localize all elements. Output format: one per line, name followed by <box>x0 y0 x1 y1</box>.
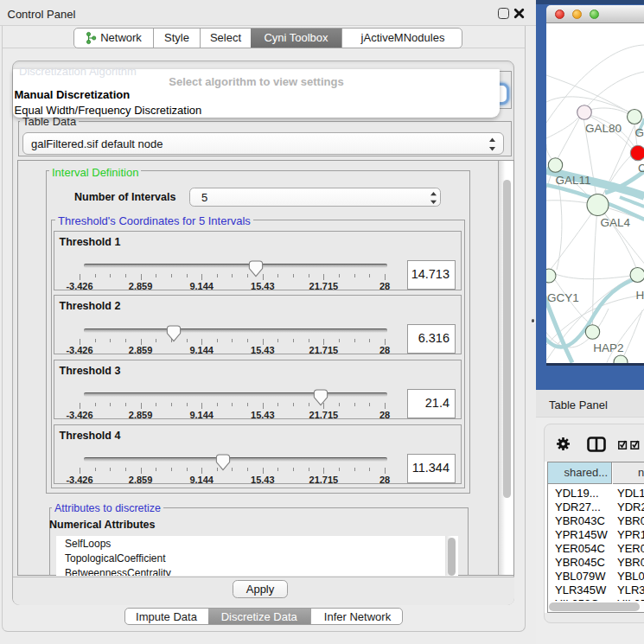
svg-text:GAL80: GAL80 <box>585 122 622 135</box>
svg-text:G.: G. <box>634 126 644 139</box>
svg-text:C: C <box>638 162 644 175</box>
svg-text:GAL11: GAL11 <box>555 174 590 187</box>
svg-text:GCY1: GCY1 <box>547 291 579 304</box>
svg-text:HAP2: HAP2 <box>593 341 623 354</box>
svg-text:GAL4: GAL4 <box>600 216 630 229</box>
svg-text:HI: HI <box>635 289 644 302</box>
